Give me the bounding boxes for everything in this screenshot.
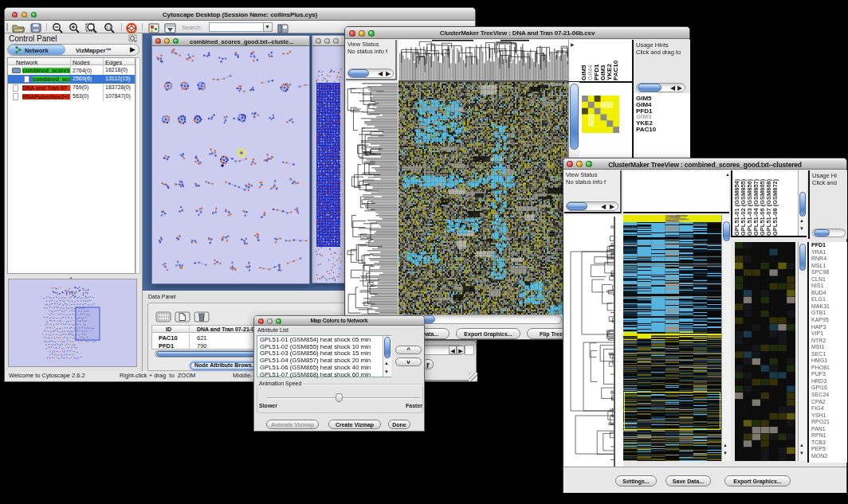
svg-text:1:1: 1:1 [106,25,112,29]
